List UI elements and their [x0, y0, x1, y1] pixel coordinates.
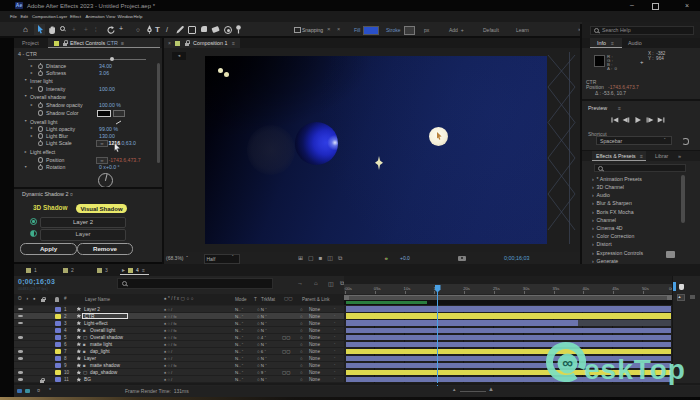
svg-text:eskTop: eskTop [584, 354, 686, 385]
svg-text:∞: ∞ [562, 354, 573, 371]
